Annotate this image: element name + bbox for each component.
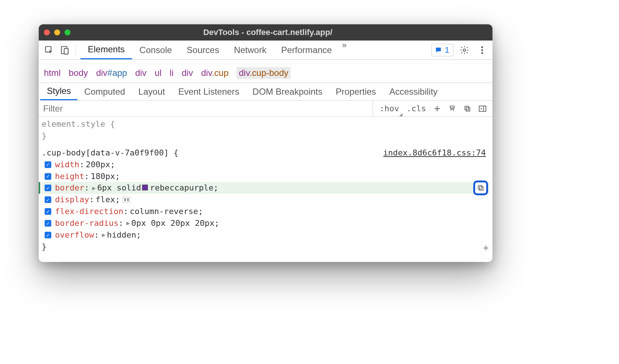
panel-tabs: Elements Console Sources Network Perform… [80, 41, 352, 59]
svg-rect-2 [64, 48, 68, 54]
svg-point-5 [481, 49, 483, 51]
toggle-sidebar-icon[interactable] [476, 101, 490, 116]
tab-elements[interactable]: Elements [80, 41, 132, 59]
element-style-selector[interactable]: element.style { [42, 118, 490, 130]
issues-badge[interactable]: 1 [431, 44, 453, 56]
expand-icon[interactable]: ▶ [92, 184, 96, 192]
svg-point-4 [481, 46, 483, 48]
more-options-icon[interactable] [476, 43, 489, 57]
toolbar-right: 1 [431, 43, 489, 57]
dom-breadcrumb: html body div#app div ul li div div.cup … [39, 64, 492, 83]
subtab-dom-breakpoints[interactable]: DOM Breakpoints [246, 83, 329, 100]
prop-width[interactable]: width: 200px; [42, 159, 490, 171]
subtab-accessibility[interactable]: Accessibility [383, 83, 444, 100]
tab-network[interactable]: Network [226, 41, 274, 59]
main-toolbar: Elements Console Sources Network Perform… [39, 41, 492, 60]
styles-pane: element.style { } .cup-body[data-v-7a0f9… [39, 117, 492, 256]
toggle-cls-button[interactable]: .cls [404, 101, 429, 116]
tab-console[interactable]: Console [132, 41, 179, 59]
flexbox-editor-icon[interactable] [123, 197, 130, 203]
prop-border[interactable]: border: ▶ 6px solid rebeccapurple; [42, 182, 490, 194]
toggle-hov-button[interactable]: :hov [377, 101, 402, 116]
rule-selector[interactable]: .cup-body[data-v-7a0f9f00] { [42, 148, 179, 157]
svg-rect-8 [465, 106, 468, 110]
subtab-properties[interactable]: Properties [329, 83, 383, 100]
expand-icon[interactable]: ▶ [102, 231, 106, 239]
crumb-div-cup[interactable]: div.cup [201, 68, 228, 78]
subtab-computed[interactable]: Computed [77, 83, 132, 100]
crumb-body[interactable]: body [69, 68, 88, 78]
more-tabs-button[interactable]: » [339, 41, 352, 59]
tab-sources[interactable]: Sources [179, 41, 226, 59]
copy-declaration-button[interactable] [473, 181, 488, 195]
prop-display[interactable]: display: flex; [42, 194, 490, 206]
crumb-div-app[interactable]: div#app [96, 68, 127, 78]
prop-border-radius[interactable]: border-radius: ▶ 0px 0px 20px 20px; [42, 217, 490, 229]
inspect-element-icon[interactable] [42, 43, 56, 57]
close-brace: } [42, 241, 490, 253]
color-swatch-icon[interactable] [142, 185, 148, 190]
source-link[interactable]: index.8d6c6f18.css:74 [383, 147, 486, 159]
styles-subtabs: Styles Computed Layout Event Listeners D… [39, 83, 492, 101]
crumb-div2[interactable]: div [182, 68, 193, 78]
devtools-window: DevTools - coffee-cart.netlify.app/ Elem… [39, 24, 492, 262]
prop-overflow[interactable]: overflow: ▶ hidden; [42, 229, 490, 241]
device-toolbar-icon[interactable] [58, 43, 71, 57]
subtab-styles[interactable]: Styles [40, 83, 77, 100]
window-title: DevTools - coffee-cart.netlify.app/ [48, 28, 487, 37]
crumb-html[interactable]: html [44, 68, 60, 78]
svg-point-3 [463, 49, 466, 51]
crumb-div[interactable]: div [135, 68, 146, 78]
svg-rect-12 [480, 187, 483, 190]
crumb-div-cup-body[interactable]: div.cup-body [236, 67, 290, 79]
checkbox-icon[interactable] [45, 196, 51, 203]
checkbox-icon[interactable] [45, 173, 51, 180]
settings-icon[interactable] [458, 43, 471, 57]
subtab-event-listeners[interactable]: Event Listeners [172, 83, 246, 100]
titlebar: DevTools - coffee-cart.netlify.app/ [39, 24, 492, 41]
checkbox-icon[interactable] [45, 232, 51, 238]
checkbox-icon[interactable] [45, 161, 51, 168]
checkbox-icon[interactable] [45, 220, 51, 227]
close-brace: } [42, 130, 490, 142]
changed-indicator [39, 182, 40, 194]
divider [76, 45, 76, 55]
styles-filter-input[interactable] [39, 101, 373, 116]
issues-count: 1 [445, 45, 449, 55]
svg-rect-9 [466, 107, 470, 111]
copy-styles-icon[interactable] [461, 101, 474, 116]
prop-height[interactable]: height: 180px; [42, 171, 490, 182]
dom-tree-peek [39, 60, 492, 64]
svg-rect-10 [479, 106, 486, 111]
add-property-button[interactable]: + [483, 241, 489, 255]
styles-filter-bar: :hov .cls ◢ [39, 101, 492, 117]
styles-format-icon[interactable] [445, 101, 459, 116]
svg-rect-7 [450, 106, 454, 108]
subtab-layout[interactable]: Layout [132, 83, 172, 100]
crumb-li[interactable]: li [170, 68, 174, 78]
svg-point-6 [481, 52, 483, 54]
prop-flex-direction[interactable]: flex-direction: column-reverse; [42, 206, 490, 217]
crumb-ul[interactable]: ul [155, 68, 162, 78]
checkbox-icon[interactable] [45, 185, 51, 191]
svg-rect-11 [478, 186, 482, 189]
filter-actions: :hov .cls ◢ [373, 101, 492, 116]
css-rule: .cup-body[data-v-7a0f9f00] { index.8d6c6… [42, 147, 490, 159]
tab-performance[interactable]: Performance [274, 41, 339, 59]
expand-icon[interactable]: ▶ [126, 219, 130, 227]
new-style-rule-button[interactable]: ◢ [430, 101, 444, 116]
checkbox-icon[interactable] [45, 208, 51, 215]
